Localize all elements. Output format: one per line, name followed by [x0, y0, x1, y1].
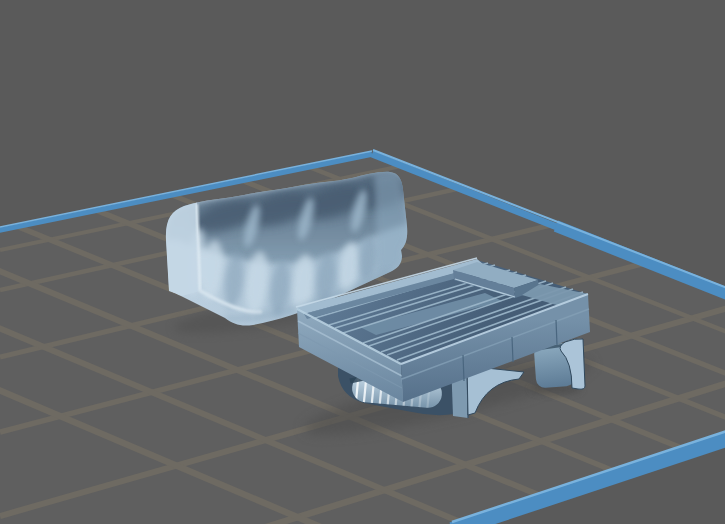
scene-canvas	[0, 0, 725, 524]
3d-viewport[interactable]	[0, 0, 725, 524]
tarp-left-face	[166, 202, 200, 296]
